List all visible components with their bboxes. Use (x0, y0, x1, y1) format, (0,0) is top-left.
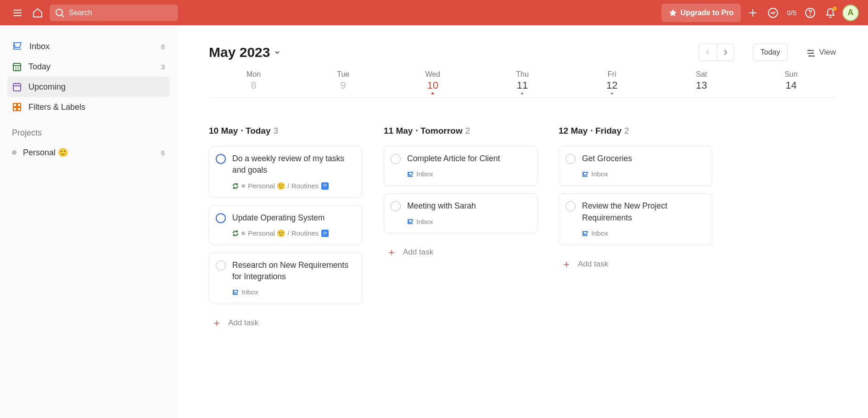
quick-add-icon[interactable] (745, 5, 761, 21)
add-task-button[interactable]: ＋Add task (209, 311, 363, 334)
nav-icon (12, 41, 23, 52)
task-title: Meeting with Sarah (407, 200, 476, 212)
day-column: 10 May ‧ Today3Do a weekly review of my … (209, 125, 363, 334)
day-number: 14 (746, 79, 836, 91)
day-cell[interactable]: Tue9 (298, 70, 388, 95)
day-dot (431, 92, 434, 95)
sidebar-item-upcoming[interactable]: Upcoming (7, 77, 169, 97)
svg-point-0 (56, 9, 62, 16)
nav-label: Inbox (29, 42, 50, 51)
task-card[interactable]: Research on New Requirements for Integra… (209, 253, 363, 305)
add-task-label: Add task (403, 248, 433, 257)
day-cell[interactable]: Sun14 (746, 70, 836, 95)
nav-icon (12, 82, 22, 92)
task-card[interactable]: Get GroceriesInbox (559, 146, 712, 186)
task-title: Review the New Project Requirements (582, 200, 705, 224)
today-button[interactable]: Today (753, 44, 788, 61)
plus-icon: ＋ (561, 257, 571, 271)
nav-count: 3 (161, 63, 165, 71)
week-nav (699, 44, 734, 61)
prev-week-button[interactable] (699, 44, 717, 61)
day-cell[interactable]: Thu11 (477, 70, 567, 95)
avatar[interactable]: A (842, 5, 859, 21)
project-dot-icon (241, 232, 245, 235)
inbox-icon (407, 171, 414, 177)
star-icon (669, 9, 677, 17)
sidebar-item-filters-labels[interactable]: Filters & Labels (7, 97, 169, 117)
plus-icon: ＋ (212, 316, 222, 330)
project-item[interactable]: Personal 🙂6 (7, 142, 169, 163)
month-picker[interactable]: May 2023 (209, 45, 281, 60)
sidebar-item-inbox[interactable]: Inbox8 (7, 36, 169, 56)
sidebar-item-today[interactable]: 10Today3 (7, 56, 169, 77)
notifications-icon[interactable] (822, 5, 839, 21)
menu-icon[interactable] (9, 5, 26, 21)
view-button[interactable]: View (806, 48, 836, 57)
help-icon[interactable] (802, 5, 818, 21)
inbox-icon (582, 230, 588, 237)
day-of-week: Thu (477, 70, 567, 79)
svg-rect-7 (13, 103, 17, 107)
day-number: 12 (567, 79, 657, 91)
inbox-icon (232, 289, 239, 295)
day-cell[interactable]: Fri12 (567, 70, 657, 95)
project-dot-icon (12, 150, 17, 155)
task-checkbox[interactable] (216, 154, 226, 164)
project-dot-icon (241, 184, 245, 188)
svg-rect-6 (13, 84, 21, 91)
board-columns: 10 May ‧ Today3Do a weekly review of my … (209, 125, 836, 334)
nav-icon (12, 102, 22, 112)
content: May 2023 Today View Mon8Tue9Wed10Thu11Fr… (177, 25, 868, 418)
repeat-badge-icon: ⟳ (321, 182, 329, 190)
week-strip: Mon8Tue9Wed10Thu11Fri12Sat13Sun14 (209, 70, 836, 98)
inbox-icon (407, 218, 414, 225)
search-box[interactable] (50, 5, 178, 21)
nav-count: 8 (161, 43, 165, 51)
projects-heading[interactable]: Projects (7, 117, 169, 142)
task-card[interactable]: Review the New Project RequirementsInbox (559, 193, 712, 245)
task-checkbox[interactable] (216, 213, 226, 223)
task-card[interactable]: Do a weekly review of my tasks and goals… (209, 146, 363, 198)
nav-icon: 10 (12, 62, 22, 72)
upgrade-label: Upgrade to Pro (681, 9, 734, 17)
task-card[interactable]: Meeting with SarahInbox (384, 193, 538, 233)
task-card[interactable]: Complete Article for ClientInbox (384, 146, 538, 186)
upgrade-button[interactable]: Upgrade to Pro (661, 4, 741, 22)
task-checkbox[interactable] (566, 201, 576, 211)
plus-icon: ＋ (386, 245, 397, 259)
search-input[interactable] (69, 9, 161, 17)
task-project: Inbox (416, 169, 433, 179)
task-checkbox[interactable] (391, 154, 401, 164)
svg-rect-8 (17, 103, 21, 107)
task-card[interactable]: Update Operating SystemPersonal 🙂 / Rout… (209, 205, 363, 245)
day-cell[interactable]: Wed10 (388, 70, 477, 95)
repeat-badge-icon: ⟳ (321, 230, 329, 237)
home-icon[interactable] (29, 5, 46, 21)
task-title: Update Operating System (232, 212, 329, 224)
project-count: 6 (161, 149, 165, 157)
day-of-week: Mon (209, 70, 298, 79)
productivity-icon[interactable] (765, 5, 781, 21)
recurring-icon (232, 183, 239, 189)
day-number: 9 (298, 79, 388, 91)
sidebar: Inbox810Today3UpcomingFilters & LabelsPr… (0, 25, 177, 418)
add-task-button[interactable]: ＋Add task (384, 241, 538, 264)
svg-rect-9 (13, 107, 17, 111)
column-count: 3 (273, 126, 278, 136)
day-cell[interactable]: Mon8 (209, 70, 298, 95)
task-checkbox[interactable] (566, 154, 576, 164)
task-project: Personal 🙂 / Routines (248, 181, 319, 191)
column-count: 2 (624, 126, 629, 136)
day-cell[interactable]: Sat13 (657, 70, 746, 95)
task-title: Complete Article for Client (407, 153, 500, 164)
add-task-button[interactable]: ＋Add task (559, 253, 712, 276)
next-week-button[interactable] (717, 44, 734, 61)
chevron-down-icon (274, 49, 281, 56)
add-task-label: Add task (578, 260, 608, 269)
day-dot (611, 92, 613, 95)
task-checkbox[interactable] (391, 201, 401, 211)
task-checkbox[interactable] (216, 260, 226, 271)
column-title: 12 May ‧ Friday2 (559, 125, 712, 136)
column-count: 2 (465, 126, 470, 136)
column-title: 11 May ‧ Tomorrow2 (384, 125, 538, 136)
